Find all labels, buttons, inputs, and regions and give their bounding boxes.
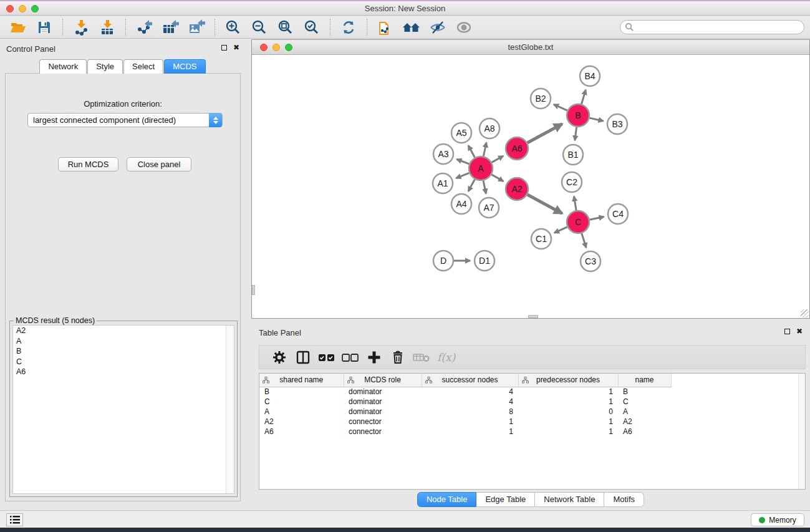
export-network-icon[interactable] — [135, 19, 153, 36]
mcds-result-item[interactable]: C — [13, 357, 234, 367]
graph-edge-A-A4[interactable] — [468, 180, 475, 191]
table-cell: 1 — [518, 417, 618, 427]
network-horizontal-scrollbar[interactable] — [528, 315, 538, 318]
search-box[interactable] — [620, 20, 804, 34]
optimization-criterion-dropdown[interactable]: largest connected component (directed) — [27, 113, 223, 127]
table-scrollbar[interactable] — [798, 374, 805, 489]
toolbar-separator — [367, 19, 367, 36]
graph-edge-C-C1[interactable] — [554, 227, 567, 233]
tab-motifs[interactable]: Motifs — [604, 492, 644, 507]
export-image-icon[interactable] — [187, 19, 206, 36]
col-successor-nodes[interactable]: successor nodes — [422, 374, 518, 387]
tab-style[interactable]: Style — [87, 59, 123, 74]
desktop-background — [0, 528, 810, 532]
table-row[interactable]: Bdominator41B — [259, 387, 671, 397]
add-column-icon[interactable] — [364, 348, 385, 367]
col-predecessor-nodes[interactable]: predecessor nodes — [518, 374, 618, 387]
tab-mcds[interactable]: MCDS — [164, 59, 205, 74]
select-all-icon[interactable] — [316, 348, 337, 367]
zoom-in-icon[interactable] — [224, 19, 243, 36]
refresh-layout-icon[interactable] — [339, 19, 358, 36]
close-panel-icon[interactable]: ✖ — [233, 44, 239, 51]
delete-table-icon[interactable] — [411, 348, 432, 367]
graph-node-label: A — [478, 163, 484, 173]
new-network-from-selection-icon[interactable] — [376, 19, 395, 36]
graph-node-label: C3 — [585, 256, 596, 266]
float-table-panel-icon[interactable] — [784, 329, 790, 334]
graph-edge-A-A5[interactable] — [468, 145, 475, 157]
mcds-tab-content: Optimization criterion: largest connecte… — [5, 73, 241, 501]
import-table-icon[interactable] — [98, 19, 117, 36]
table-cell: A6 — [259, 427, 344, 437]
network-window-title: testGlobe.txt — [252, 42, 809, 52]
table-cell: B — [618, 387, 671, 397]
graph-edge-A-A6[interactable] — [492, 156, 504, 162]
mcds-result-item[interactable]: A2 — [13, 326, 234, 336]
graph-node-label: A1 — [437, 178, 448, 188]
search-icon — [625, 22, 634, 32]
col-mcds-role[interactable]: MCDS role — [344, 374, 422, 387]
column-visibility-icon[interactable] — [292, 348, 314, 367]
table-cell: A2 — [618, 417, 671, 427]
network-resize-grip[interactable] — [801, 309, 809, 317]
table-toolbar: f(x) — [259, 345, 806, 369]
function-builder-icon: f(x) — [437, 351, 455, 364]
graph-edge-C-C2[interactable] — [574, 196, 577, 211]
graph-edge-A6-B[interactable] — [528, 124, 562, 143]
network-canvas[interactable]: B4B2BB3A5A8A6B1A3AC2A1A2A4A7C4CC1C3DD1 — [252, 56, 809, 318]
close-panel-button[interactable]: Close panel — [127, 157, 191, 172]
zoom-fit-icon[interactable] — [276, 19, 295, 36]
mcds-result-item[interactable]: A6 — [13, 367, 234, 377]
network-vertical-scrollbar[interactable] — [252, 285, 255, 295]
graph-edge-B-B2[interactable] — [554, 104, 567, 110]
import-network-icon[interactable] — [72, 19, 90, 36]
table-row[interactable]: Adominator80A — [259, 407, 671, 417]
close-table-panel-icon[interactable]: ✖ — [796, 328, 803, 334]
graph-edge-A-A3[interactable] — [456, 159, 469, 164]
graph-edge-A-A7[interactable] — [483, 181, 486, 194]
memory-button[interactable]: Memory — [751, 513, 804, 526]
tab-network[interactable]: Network — [39, 59, 87, 74]
table-row[interactable]: A2connector11A2 — [259, 417, 671, 427]
graph-edge-A2-C[interactable] — [528, 195, 562, 213]
network-window-titlebar[interactable]: testGlobe.txt — [252, 40, 809, 55]
zoom-selected-icon[interactable] — [302, 19, 321, 36]
save-session-icon[interactable] — [35, 19, 54, 36]
deselect-all-icon[interactable] — [340, 348, 361, 367]
graph-edge-A-A8[interactable] — [483, 142, 486, 156]
run-mcds-button[interactable]: Run MCDS — [58, 157, 118, 172]
graph-edge-A-A2[interactable] — [491, 175, 503, 181]
tab-select[interactable]: Select — [123, 59, 163, 74]
graph-node-label: C4 — [612, 209, 624, 219]
float-panel-icon[interactable] — [221, 45, 227, 51]
delete-column-icon[interactable] — [387, 348, 408, 367]
mcds-result-item[interactable]: A — [13, 336, 234, 347]
mcds-result-scrollbar[interactable] — [226, 326, 234, 493]
cybrowser-home-icon[interactable] — [402, 19, 421, 36]
table-row[interactable]: Cdominator41C — [259, 397, 671, 407]
zoom-out-icon[interactable] — [250, 19, 269, 36]
mcds-result-list: A2ABCA6 — [12, 325, 234, 494]
table-panel: Table Panel ✖ f(x) — [251, 324, 810, 510]
export-table-icon[interactable] — [161, 19, 180, 36]
graph-edge-C-C4[interactable] — [590, 217, 604, 220]
show-panels-icon[interactable] — [455, 19, 473, 36]
graph-edge-C-C3[interactable] — [582, 233, 586, 248]
tab-edge-table[interactable]: Edge Table — [476, 492, 535, 507]
col-shared-name[interactable]: shared name — [259, 374, 344, 387]
search-input[interactable] — [634, 22, 804, 33]
table-row[interactable]: A6connector11A6 — [259, 427, 671, 437]
mcds-result-item[interactable]: B — [13, 346, 234, 357]
graph-edge-B-B4[interactable] — [581, 90, 586, 104]
graph-edge-B-B3[interactable] — [590, 118, 604, 121]
tab-node-table[interactable]: Node Table — [417, 492, 477, 507]
hide-panels-icon[interactable] — [428, 19, 447, 36]
open-session-icon[interactable] — [9, 19, 27, 36]
window-title: Session: New Session — [0, 4, 810, 13]
col-name[interactable]: name — [618, 374, 671, 387]
graph-edge-A-A1[interactable] — [456, 173, 469, 178]
settings-gear-icon[interactable] — [269, 348, 290, 367]
task-history-button[interactable] — [6, 513, 23, 526]
tab-network-table[interactable]: Network Table — [535, 492, 604, 507]
graph-edge-B-B1[interactable] — [575, 127, 577, 140]
